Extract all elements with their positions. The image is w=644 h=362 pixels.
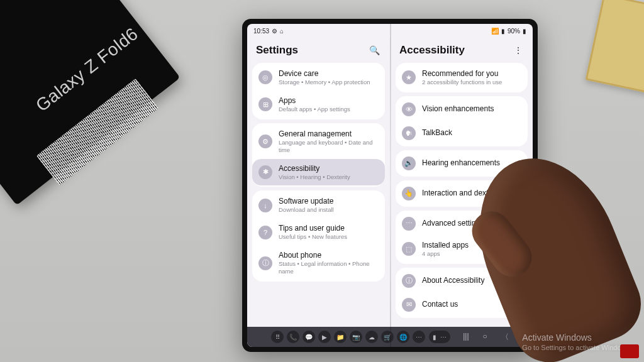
taskbar-icon-6[interactable]: ☁ [365, 331, 378, 343]
right-item-interaction[interactable]: 👆Interaction and dexterity [396, 182, 528, 206]
right-group: ★Recommended for you2 accessibility func… [396, 63, 528, 92]
about-phone-label: About phone [279, 251, 379, 260]
more-icon[interactable]: ⋮ [511, 46, 525, 55]
software-update-sub: Download and install [279, 206, 334, 214]
taskbar-icon-2[interactable]: 💬 [303, 331, 315, 343]
nav-recent[interactable]: ||| [463, 332, 469, 343]
about-accessibility-icon: ⓘ [402, 274, 416, 288]
recommended-label: Recommended for you [422, 69, 502, 79]
left-item-general-management[interactable]: ⚙General managementLanguage and keyboard… [252, 124, 385, 159]
general-management-label: General management [279, 129, 379, 139]
accessibility-label: Accessibility [279, 164, 350, 173]
status-time: 10:53 [253, 28, 269, 35]
hearing-icon: 🔊 [402, 156, 416, 170]
right-group: 🔊Hearing enhancements [396, 150, 528, 177]
status-bar: 10:53 ⚙ ⌂ 📶 ▮ 90% ▮ [247, 24, 533, 38]
search-icon[interactable]: 🔍 [367, 46, 382, 55]
right-item-installed[interactable]: ⬚Installed apps4 apps [396, 236, 528, 263]
installed-sub: 4 apps [422, 250, 469, 258]
battery-icon: ▮ [523, 28, 526, 35]
signal-icon: ▮ [501, 28, 505, 35]
accessibility-icon: ✱ [258, 165, 272, 179]
windows-watermark: Activate Windows Go to Settings to activ… [522, 332, 631, 352]
accessibility-sub: Vision • Hearing • Dexterity [279, 173, 350, 181]
talkback-icon: 🗣 [402, 126, 416, 140]
taskbar-icon-7[interactable]: 🛒 [381, 331, 394, 343]
installed-icon: ⬚ [402, 242, 416, 256]
device-care-sub: Storage • Memory • App protection [279, 79, 370, 86]
taskbar-icon-3[interactable]: ▶ [318, 331, 331, 343]
software-update-label: Software update [279, 197, 334, 206]
contact-label: Contact us [422, 300, 458, 309]
right-item-talkback[interactable]: 🗣TalkBack [396, 121, 528, 145]
battery-text: 90% [508, 28, 520, 35]
tips-label: Tips and user guide [279, 224, 347, 233]
right-group: ⓘAbout Accessibility✉Contact us [396, 268, 528, 318]
general-management-sub: Language and keyboard • Date and time [279, 139, 379, 154]
taskbar-icon-9[interactable]: ⋯ [413, 331, 425, 343]
accessibility-title: Accessibility [399, 44, 465, 57]
tablet-device: 10:53 ⚙ ⌂ 📶 ▮ 90% ▮ Settings 🔍 ◎Device c… [242, 19, 538, 352]
advanced-icon: ⋯ [402, 217, 416, 231]
accessibility-list: ★Recommended for you2 accessibility func… [396, 63, 528, 327]
right-item-recommended[interactable]: ★Recommended for you2 accessibility func… [396, 64, 528, 91]
left-group: ⚙General managementLanguage and keyboard… [252, 123, 385, 187]
vision-label: Vision enhancements [422, 104, 494, 114]
gear-icon: ⚙ [272, 28, 277, 35]
vision-icon: 👁 [402, 102, 416, 116]
talkback-label: TalkBack [422, 128, 452, 138]
screen: 10:53 ⚙ ⌂ 📶 ▮ 90% ▮ Settings 🔍 ◎Device c… [247, 24, 533, 347]
advanced-label: Advanced settings [422, 219, 484, 228]
left-item-tips[interactable]: ?Tips and user guideUseful tips • New fe… [252, 219, 385, 246]
home-icon: ⌂ [280, 28, 284, 35]
about-accessibility-label: About Accessibility [422, 276, 484, 285]
right-item-contact[interactable]: ✉Contact us [396, 293, 528, 317]
settings-title: Settings [256, 44, 298, 57]
software-update-icon: ↓ [258, 199, 272, 212]
interaction-icon: 👆 [402, 187, 416, 200]
taskbar-icon-5[interactable]: 📷 [350, 331, 362, 343]
watermark-sub: Go to Settings to activate Windows. [522, 343, 631, 352]
installed-label: Installed apps [422, 241, 469, 250]
device-care-icon: ◎ [258, 70, 272, 84]
about-phone-icon: ⓘ [258, 256, 272, 270]
right-group: 👆Interaction and dexterity [396, 180, 528, 207]
recommended-sub: 2 accessibility functions in use [422, 79, 502, 86]
nav-bar: ||| ○ 〈 [463, 332, 509, 343]
left-item-accessibility[interactable]: ✱AccessibilityVision • Hearing • Dexteri… [252, 159, 385, 186]
nav-back[interactable]: 〈 [501, 332, 509, 343]
left-item-software-update[interactable]: ↓Software updateDownload and install [252, 192, 385, 219]
apps-sub: Default apps • App settings [279, 106, 350, 113]
right-item-vision[interactable]: 👁Vision enhancements [396, 97, 528, 121]
taskbar-icon-1[interactable]: 📞 [287, 331, 299, 343]
left-item-device-care[interactable]: ◎Device careStorage • Memory • App prote… [252, 64, 385, 91]
taskbar-icon-4[interactable]: 📁 [334, 331, 347, 343]
left-group: ↓Software updateDownload and install?Tip… [252, 190, 385, 282]
left-item-about-phone[interactable]: ⓘAbout phoneStatus • Legal information •… [252, 246, 385, 280]
left-item-apps[interactable]: ⊞AppsDefault apps • App settings [252, 91, 385, 118]
wifi-icon: 📶 [491, 28, 499, 35]
hearing-label: Hearing enhancements [422, 158, 500, 168]
contact-icon: ✉ [402, 298, 416, 312]
youtube-badge [620, 344, 639, 358]
tips-icon: ? [258, 226, 272, 239]
taskbar-pill[interactable]: ▮⋯ [429, 331, 450, 343]
general-management-icon: ⚙ [258, 134, 272, 148]
about-phone-sub: Status • Legal information • Phone name [279, 260, 379, 275]
right-item-hearing[interactable]: 🔊Hearing enhancements [396, 151, 528, 175]
right-group: ⋯Advanced settings⬚Installed apps4 apps [396, 211, 528, 264]
apps-icon: ⊞ [258, 97, 272, 111]
recommended-icon: ★ [402, 70, 416, 84]
device-care-label: Device care [279, 69, 370, 79]
right-item-about-accessibility[interactable]: ⓘAbout Accessibility [396, 269, 528, 293]
interaction-label: Interaction and dexterity [422, 189, 502, 198]
left-group: ◎Device careStorage • Memory • App prote… [252, 63, 385, 119]
accessibility-pane: Accessibility ⋮ ★Recommended for you2 ac… [390, 38, 533, 327]
taskbar-icon-0[interactable]: ⠿ [271, 331, 284, 343]
right-item-advanced[interactable]: ⋯Advanced settings [396, 212, 528, 236]
taskbar-icon-8[interactable]: 🌐 [397, 331, 409, 343]
apps-label: Apps [279, 96, 350, 106]
nav-home[interactable]: ○ [483, 332, 487, 343]
settings-pane: Settings 🔍 ◎Device careStorage • Memory … [247, 38, 390, 327]
right-group: 👁Vision enhancements🗣TalkBack [396, 96, 528, 146]
